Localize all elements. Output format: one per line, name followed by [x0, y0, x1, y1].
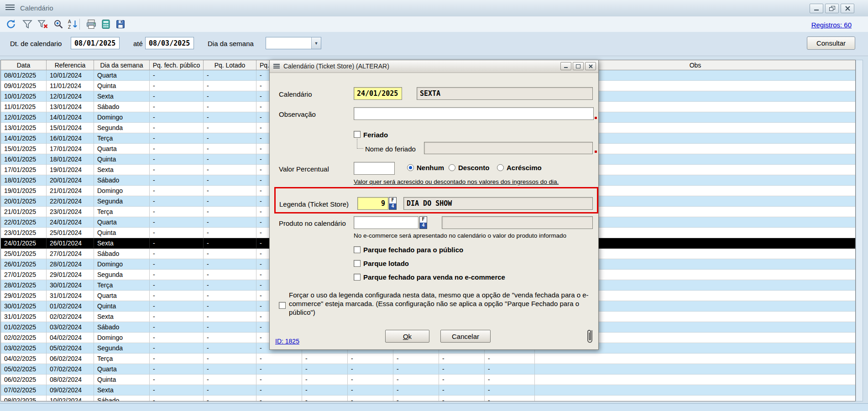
- produto-input[interactable]: [354, 216, 418, 229]
- radio-nenhum[interactable]: [407, 164, 414, 171]
- table-cell: -: [204, 238, 256, 249]
- paperclip-icon[interactable]: [586, 328, 595, 345]
- radio-desconto[interactable]: [449, 164, 455, 171]
- table-cell: 05/02/2025: [1, 364, 47, 375]
- close-button[interactable]: [841, 4, 854, 13]
- table-cell: 21/01/2024: [47, 186, 94, 196]
- table-cell: 22/01/2024: [47, 196, 94, 207]
- dialog-maximize-button[interactable]: [573, 62, 584, 70]
- parque-lotado-checkbox[interactable]: [354, 260, 361, 267]
- save-button[interactable]: [114, 18, 127, 30]
- legenda-label: Legenda (Ticket Store): [279, 200, 349, 208]
- table-cell: Domingo: [94, 112, 150, 123]
- ok-button[interactable]: Ok: [385, 330, 429, 343]
- dialog-close-button[interactable]: [585, 62, 596, 70]
- minimize-icon: [564, 64, 568, 68]
- date-from-input[interactable]: [71, 37, 120, 49]
- table-cell: -: [485, 395, 535, 401]
- table-cell: 18/01/2025: [1, 175, 47, 186]
- table-cell: Terça: [94, 354, 150, 364]
- cancel-button[interactable]: Cancelar: [440, 330, 491, 343]
- table-cell: -: [204, 102, 256, 112]
- table-cell: -: [439, 395, 485, 401]
- search-button[interactable]: [52, 18, 65, 30]
- table-row[interactable]: 05/02/202507/02/2024Quarta--------: [1, 364, 855, 375]
- print-button[interactable]: [85, 18, 98, 30]
- dialog-minimize-button[interactable]: [560, 62, 571, 70]
- consultar-button[interactable]: Consultar: [807, 36, 855, 50]
- vertical-scrollbar[interactable]: [856, 60, 863, 401]
- sort-button[interactable]: AZ: [67, 18, 79, 30]
- registros-link[interactable]: Registros: 60: [811, 21, 852, 29]
- close-icon: [589, 64, 593, 68]
- table-cell: 07/02/2024: [47, 364, 94, 375]
- dialog-calendario-ticket-store: Calendário (Ticket Store) (ALTERAR) Cale…: [269, 60, 599, 350]
- table-cell: 18/01/2024: [47, 154, 94, 165]
- f4-lookup-button[interactable]: F 4: [389, 197, 397, 210]
- menu-icon[interactable]: [5, 5, 15, 12]
- weekday-select[interactable]: ▼: [266, 37, 321, 49]
- calendario-date-field[interactable]: 24/01/2025: [354, 87, 402, 100]
- table-cell: -: [485, 385, 535, 395]
- feriado-checkbox[interactable]: [354, 131, 361, 138]
- table-cell: 02/02/2024: [47, 312, 94, 322]
- table-cell: -: [485, 364, 535, 375]
- valor-percentual-input[interactable]: [354, 162, 395, 175]
- restore-button[interactable]: [825, 4, 839, 13]
- calculator-button[interactable]: [99, 18, 112, 30]
- table-cell: -: [150, 207, 204, 217]
- column-header[interactable]: Pq. Lotado: [204, 60, 256, 70]
- table-row[interactable]: 08/02/202510/02/2024Sábado--------: [1, 395, 855, 401]
- svg-text:A: A: [68, 19, 71, 24]
- table-cell: -: [302, 354, 348, 364]
- column-header[interactable]: Referencia: [47, 60, 94, 70]
- table-row[interactable]: 06/02/202508/02/2024Quinta--------: [1, 375, 855, 385]
- date-to-input[interactable]: [145, 37, 194, 49]
- printer-icon: [86, 19, 97, 30]
- table-cell: [535, 385, 856, 395]
- legenda-code-field[interactable]: 9: [357, 197, 388, 210]
- f4-icon: F: [419, 216, 427, 223]
- column-header[interactable]: Pq. fech. público: [150, 60, 204, 70]
- parque-fechado-publico-checkbox[interactable]: [354, 246, 361, 253]
- table-cell: Quarta: [94, 217, 150, 228]
- forcar-legenda-checkbox[interactable]: [279, 302, 286, 309]
- table-cell: -: [150, 312, 204, 322]
- table-cell: -: [204, 280, 256, 291]
- table-row[interactable]: 04/02/202506/02/2024Terça--------: [1, 354, 855, 364]
- nome-feriado-input[interactable]: [424, 142, 593, 154]
- table-cell: Sexta: [94, 312, 150, 322]
- clear-filter-button[interactable]: [37, 18, 49, 30]
- column-header[interactable]: Dia da semana: [94, 60, 150, 70]
- table-cell: 06/02/2024: [47, 354, 94, 364]
- table-cell: 10/02/2024: [47, 395, 94, 401]
- table-cell: -: [256, 395, 302, 401]
- table-cell: 22/01/2025: [1, 217, 47, 228]
- dialog-titlebar[interactable]: Calendário (Ticket Store) (ALTERAR): [270, 60, 598, 73]
- chevron-down-icon[interactable]: ▼: [311, 37, 321, 49]
- table-cell: -: [204, 301, 256, 312]
- table-cell: 26/01/2025: [1, 259, 47, 270]
- table-row[interactable]: 07/02/202509/02/2024Sexta--------: [1, 385, 855, 395]
- record-id-link[interactable]: ID: 1825: [275, 338, 299, 345]
- table-cell: -: [150, 228, 204, 238]
- legenda-desc-field: DIA DO SHOW: [403, 197, 593, 210]
- radio-acrescimo[interactable]: [497, 164, 504, 171]
- table-cell: -: [393, 385, 439, 395]
- observacao-input[interactable]: [354, 107, 594, 120]
- table-cell: -: [393, 354, 439, 364]
- parque-fechado-ecommerce-checkbox[interactable]: [354, 274, 361, 281]
- column-header[interactable]: Data: [1, 60, 47, 70]
- table-cell: -: [204, 81, 256, 91]
- filter-button[interactable]: [21, 18, 34, 30]
- horizontal-scrollbar[interactable]: [0, 403, 868, 411]
- table-cell: 20/01/2025: [1, 196, 47, 207]
- table-cell: Sexta: [94, 165, 150, 175]
- refresh-button[interactable]: [5, 18, 17, 30]
- toolbar: AZ: [0, 16, 868, 32]
- f4-lookup-button[interactable]: F 4: [419, 216, 427, 229]
- table-cell: 11/01/2025: [1, 102, 47, 112]
- table-cell: -: [204, 91, 256, 102]
- table-cell: 12/01/2024: [47, 91, 94, 102]
- minimize-button[interactable]: [810, 4, 823, 13]
